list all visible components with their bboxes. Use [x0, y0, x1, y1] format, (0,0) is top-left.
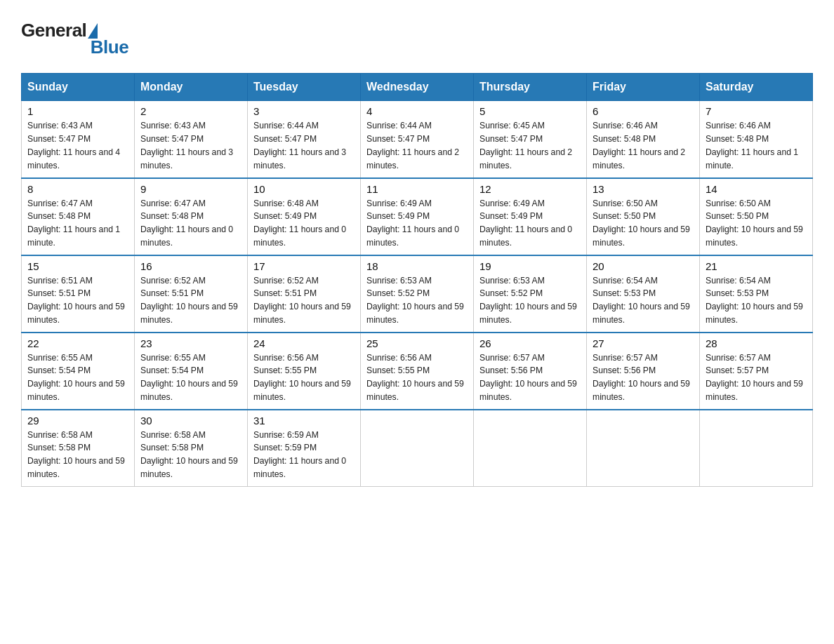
day-number: 4 — [366, 105, 468, 117]
day-info: Sunrise: 6:50 AMSunset: 5:50 PMDaylight:… — [706, 197, 807, 250]
calendar-cell: 2 Sunrise: 6:43 AMSunset: 5:47 PMDayligh… — [135, 101, 248, 178]
day-number: 2 — [140, 105, 241, 117]
calendar-cell: 8 Sunrise: 6:47 AMSunset: 5:48 PMDayligh… — [22, 178, 135, 255]
day-number: 6 — [593, 105, 694, 117]
day-info: Sunrise: 6:54 AMSunset: 5:53 PMDaylight:… — [593, 274, 694, 328]
day-info: Sunrise: 6:59 AMSunset: 5:59 PMDaylight:… — [253, 429, 355, 482]
calendar-cell: 13 Sunrise: 6:50 AMSunset: 5:50 PMDaylig… — [587, 178, 700, 255]
calendar-header-row: SundayMondayTuesdayWednesdayThursdayFrid… — [22, 74, 813, 101]
calendar-cell — [474, 410, 587, 487]
day-number: 13 — [593, 183, 694, 195]
calendar-cell: 18 Sunrise: 6:53 AMSunset: 5:52 PMDaylig… — [361, 255, 474, 333]
logo: General General Blue — [21, 20, 128, 60]
week-row-2: 8 Sunrise: 6:47 AMSunset: 5:48 PMDayligh… — [22, 178, 813, 255]
day-info: Sunrise: 6:45 AMSunset: 5:47 PMDaylight:… — [479, 119, 581, 173]
calendar-cell: 22 Sunrise: 6:55 AMSunset: 5:54 PMDaylig… — [22, 333, 135, 410]
day-number: 1 — [27, 105, 128, 117]
calendar-cell: 7 Sunrise: 6:46 AMSunset: 5:48 PMDayligh… — [700, 101, 813, 178]
day-number: 24 — [253, 337, 355, 349]
calendar-cell: 11 Sunrise: 6:49 AMSunset: 5:49 PMDaylig… — [361, 178, 474, 255]
calendar-cell: 17 Sunrise: 6:52 AMSunset: 5:51 PMDaylig… — [248, 255, 361, 333]
calendar-cell: 24 Sunrise: 6:56 AMSunset: 5:55 PMDaylig… — [248, 333, 361, 410]
day-info: Sunrise: 6:58 AMSunset: 5:58 PMDaylight:… — [27, 429, 128, 482]
calendar-cell: 9 Sunrise: 6:47 AMSunset: 5:48 PMDayligh… — [135, 178, 248, 255]
header-sunday: Sunday — [22, 74, 135, 101]
day-info: Sunrise: 6:50 AMSunset: 5:50 PMDaylight:… — [593, 197, 694, 250]
day-number: 10 — [253, 183, 355, 195]
calendar-cell: 28 Sunrise: 6:57 AMSunset: 5:57 PMDaylig… — [700, 333, 813, 410]
calendar-cell: 31 Sunrise: 6:59 AMSunset: 5:59 PMDaylig… — [248, 410, 361, 487]
week-row-1: 1 Sunrise: 6:43 AMSunset: 5:47 PMDayligh… — [22, 101, 813, 178]
day-number: 27 — [593, 337, 694, 349]
header-tuesday: Tuesday — [248, 74, 361, 101]
day-info: Sunrise: 6:47 AMSunset: 5:48 PMDaylight:… — [140, 197, 241, 250]
calendar-cell: 19 Sunrise: 6:53 AMSunset: 5:52 PMDaylig… — [474, 255, 587, 333]
calendar-cell — [587, 410, 700, 487]
day-info: Sunrise: 6:58 AMSunset: 5:58 PMDaylight:… — [140, 429, 241, 482]
day-number: 26 — [479, 337, 581, 349]
day-info: Sunrise: 6:44 AMSunset: 5:47 PMDaylight:… — [366, 119, 468, 173]
day-number: 12 — [479, 183, 581, 195]
day-info: Sunrise: 6:43 AMSunset: 5:47 PMDaylight:… — [140, 119, 241, 173]
day-info: Sunrise: 6:56 AMSunset: 5:55 PMDaylight:… — [253, 351, 355, 405]
day-number: 21 — [706, 260, 807, 272]
header-friday: Friday — [587, 74, 700, 101]
day-info: Sunrise: 6:47 AMSunset: 5:48 PMDaylight:… — [27, 197, 128, 250]
day-number: 5 — [479, 105, 581, 117]
calendar-cell: 29 Sunrise: 6:58 AMSunset: 5:58 PMDaylig… — [22, 410, 135, 487]
day-number: 29 — [27, 415, 128, 427]
day-info: Sunrise: 6:49 AMSunset: 5:49 PMDaylight:… — [366, 197, 468, 250]
day-info: Sunrise: 6:48 AMSunset: 5:49 PMDaylight:… — [253, 197, 355, 250]
calendar-cell: 16 Sunrise: 6:52 AMSunset: 5:51 PMDaylig… — [135, 255, 248, 333]
day-number: 19 — [479, 260, 581, 272]
day-info: Sunrise: 6:56 AMSunset: 5:55 PMDaylight:… — [366, 351, 468, 405]
day-info: Sunrise: 6:44 AMSunset: 5:47 PMDaylight:… — [253, 119, 355, 173]
day-info: Sunrise: 6:43 AMSunset: 5:47 PMDaylight:… — [27, 119, 128, 173]
day-info: Sunrise: 6:55 AMSunset: 5:54 PMDaylight:… — [27, 351, 128, 405]
header-wednesday: Wednesday — [361, 74, 474, 101]
calendar-cell: 4 Sunrise: 6:44 AMSunset: 5:47 PMDayligh… — [361, 101, 474, 178]
day-info: Sunrise: 6:55 AMSunset: 5:54 PMDaylight:… — [140, 351, 241, 405]
day-info: Sunrise: 6:49 AMSunset: 5:49 PMDaylight:… — [479, 197, 581, 250]
calendar-cell: 20 Sunrise: 6:54 AMSunset: 5:53 PMDaylig… — [587, 255, 700, 333]
page-header: General General Blue — [21, 14, 813, 60]
day-number: 15 — [27, 260, 128, 272]
header-saturday: Saturday — [700, 74, 813, 101]
calendar-cell: 27 Sunrise: 6:57 AMSunset: 5:56 PMDaylig… — [587, 333, 700, 410]
day-info: Sunrise: 6:57 AMSunset: 5:56 PMDaylight:… — [593, 351, 694, 405]
day-info: Sunrise: 6:51 AMSunset: 5:51 PMDaylight:… — [27, 274, 128, 328]
week-row-3: 15 Sunrise: 6:51 AMSunset: 5:51 PMDaylig… — [22, 255, 813, 333]
calendar-cell: 3 Sunrise: 6:44 AMSunset: 5:47 PMDayligh… — [248, 101, 361, 178]
day-number: 9 — [140, 183, 241, 195]
header-thursday: Thursday — [474, 74, 587, 101]
day-number: 11 — [366, 183, 468, 195]
day-info: Sunrise: 6:52 AMSunset: 5:51 PMDaylight:… — [253, 274, 355, 328]
day-number: 25 — [366, 337, 468, 349]
day-info: Sunrise: 6:57 AMSunset: 5:56 PMDaylight:… — [479, 351, 581, 405]
day-number: 22 — [27, 337, 128, 349]
day-number: 17 — [253, 260, 355, 272]
calendar-table: SundayMondayTuesdayWednesdayThursdayFrid… — [21, 73, 813, 487]
calendar-cell: 6 Sunrise: 6:46 AMSunset: 5:48 PMDayligh… — [587, 101, 700, 178]
calendar-cell: 15 Sunrise: 6:51 AMSunset: 5:51 PMDaylig… — [22, 255, 135, 333]
header-monday: Monday — [135, 74, 248, 101]
calendar-cell — [361, 410, 474, 487]
day-info: Sunrise: 6:53 AMSunset: 5:52 PMDaylight:… — [479, 274, 581, 328]
calendar-cell: 5 Sunrise: 6:45 AMSunset: 5:47 PMDayligh… — [474, 101, 587, 178]
day-info: Sunrise: 6:53 AMSunset: 5:52 PMDaylight:… — [366, 274, 468, 328]
calendar-cell: 25 Sunrise: 6:56 AMSunset: 5:55 PMDaylig… — [361, 333, 474, 410]
calendar-cell: 23 Sunrise: 6:55 AMSunset: 5:54 PMDaylig… — [135, 333, 248, 410]
day-info: Sunrise: 6:54 AMSunset: 5:53 PMDaylight:… — [706, 274, 807, 328]
day-number: 31 — [253, 415, 355, 427]
day-info: Sunrise: 6:52 AMSunset: 5:51 PMDaylight:… — [140, 274, 241, 328]
day-number: 28 — [706, 337, 807, 349]
logo-blue-text: Blue — [91, 36, 128, 58]
calendar-cell: 21 Sunrise: 6:54 AMSunset: 5:53 PMDaylig… — [700, 255, 813, 333]
calendar-cell: 12 Sunrise: 6:49 AMSunset: 5:49 PMDaylig… — [474, 178, 587, 255]
calendar-cell — [700, 410, 813, 487]
day-number: 23 — [140, 337, 241, 349]
week-row-4: 22 Sunrise: 6:55 AMSunset: 5:54 PMDaylig… — [22, 333, 813, 410]
day-number: 7 — [706, 105, 807, 117]
day-number: 30 — [140, 415, 241, 427]
calendar-cell: 14 Sunrise: 6:50 AMSunset: 5:50 PMDaylig… — [700, 178, 813, 255]
